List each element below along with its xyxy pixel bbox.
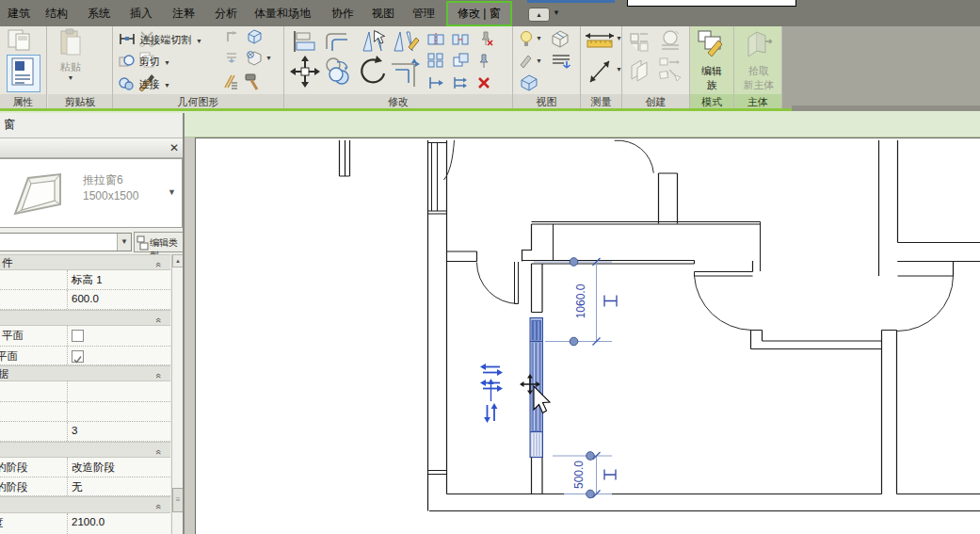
dimension-value-top[interactable]: 1060.0 (574, 283, 587, 318)
row-sill-height[interactable]: 600.0 (0, 290, 170, 310)
palette-title-bar[interactable]: ✕ (0, 138, 183, 158)
tab-structure[interactable]: 结构 (45, 6, 68, 22)
copy-modify-icon[interactable] (324, 57, 354, 87)
drawing-canvas[interactable]: 1060.0 500.0 (195, 138, 980, 534)
mirror-draw-axis-icon[interactable] (392, 28, 420, 55)
witness-grip-top2[interactable] (586, 452, 595, 461)
edit-family-button[interactable]: 编辑 族 (694, 28, 730, 92)
witness-grip-bottom[interactable] (570, 337, 578, 346)
tab-analyze[interactable]: 分析 (215, 6, 237, 22)
trim-multiple-icon[interactable] (452, 75, 469, 90)
close-icon[interactable]: ✕ (169, 140, 179, 155)
trim-single-icon[interactable] (427, 75, 444, 90)
tab-architecture[interactable]: 建筑 (8, 6, 30, 22)
align-icon[interactable] (292, 30, 316, 53)
split-with-gap-icon[interactable] (452, 32, 469, 47)
create-group-icon[interactable] (629, 30, 653, 53)
type-selector-dropdown-icon[interactable]: ▼ (168, 187, 176, 197)
section-phasing[interactable]: « (0, 442, 170, 458)
beam-cutback-icon[interactable] (224, 51, 239, 66)
ruler-icon[interactable] (584, 30, 616, 49)
row-plane-2[interactable]: 平面 (0, 347, 170, 365)
join-geometry-button[interactable]: 连接 ▼ (119, 74, 170, 91)
row-plane-1[interactable]: 平面 (0, 326, 170, 347)
scrollbar-thumb[interactable]: ≡ (172, 488, 184, 512)
join-end-cut-button[interactable]: 连接端切割 ▼ (119, 30, 202, 47)
selected-window-element[interactable] (530, 318, 543, 458)
tab-view[interactable]: 视图 (372, 6, 394, 22)
join-cube-dropdown[interactable]: ▼ (265, 55, 272, 61)
view-3d-box-icon[interactable] (519, 73, 539, 92)
ribbon-collapse-caret-icon[interactable]: ▼ (553, 8, 560, 17)
pick-new-host-button[interactable]: 拾取 新主体 (738, 28, 779, 92)
create-similar-icon[interactable] (658, 57, 684, 85)
checkbox-unchecked[interactable] (72, 330, 84, 342)
palette-scrollbar[interactable]: ▲ ≡ (171, 254, 184, 534)
hammer-icon[interactable] (244, 72, 263, 90)
row-empty-1[interactable] (0, 381, 170, 402)
row-phase-demolished[interactable]: 的阶段 无 (0, 477, 170, 496)
section-identity-data[interactable]: 据 « (0, 365, 170, 381)
move-icon[interactable] (289, 55, 321, 89)
row-empty-2[interactable] (0, 402, 170, 422)
cutaway-box-icon[interactable] (549, 28, 571, 49)
create-assembly-icon[interactable] (658, 28, 683, 53)
section-collapse-icon[interactable]: « (151, 504, 166, 510)
edit-type-button[interactable]: 编辑类型 (134, 232, 184, 252)
checkbox-checked[interactable] (72, 350, 84, 363)
offset-icon[interactable] (324, 30, 350, 53)
unpin-icon[interactable] (476, 30, 493, 47)
tab-insert[interactable]: 插入 (130, 6, 153, 22)
dimension-dropdown[interactable]: ▼ (616, 66, 622, 73)
section-collapse-icon[interactable]: « (151, 262, 166, 267)
render-pencil-icon[interactable] (519, 53, 534, 68)
mirror-pick-axis-icon[interactable] (360, 28, 388, 55)
dimension-value-bottom[interactable]: 500.0 (572, 461, 586, 489)
section-5[interactable]: « (0, 496, 170, 513)
witness-grip-bottom2[interactable] (586, 490, 595, 498)
join-unjoin-cube-icon[interactable] (245, 50, 264, 67)
scroll-up-icon[interactable]: ▲ (172, 254, 184, 267)
array-icon[interactable] (427, 53, 444, 68)
tab-systems[interactable]: 系统 (88, 6, 110, 22)
render-dropdown[interactable]: ▼ (536, 57, 542, 64)
row-phase-created[interactable]: 的阶段 改造阶段 (0, 458, 170, 477)
trim-extend-corner-icon[interactable] (390, 55, 424, 89)
row-level[interactable]: 标高 1 (0, 270, 170, 290)
measure-dropdown[interactable]: ▼ (616, 35, 622, 41)
view-list-icon[interactable] (551, 53, 571, 72)
filter-combobox[interactable]: ▼ (0, 233, 132, 251)
rotate-icon[interactable] (358, 55, 390, 89)
section-collapse-icon[interactable]: « (151, 317, 166, 323)
cope-remove-icon[interactable] (224, 30, 239, 44)
section-constraints[interactable]: 件 « (0, 254, 170, 270)
ribbon-collapse-button[interactable]: ▲ (528, 8, 550, 22)
pin-icon[interactable] (476, 53, 491, 70)
wall-joins-icon[interactable] (222, 72, 239, 90)
delete-icon[interactable] (476, 75, 491, 90)
visibility-dropdown[interactable]: ▼ (536, 35, 542, 41)
witness-grip-top[interactable] (570, 258, 578, 267)
make-permanent-icon-bottom[interactable] (604, 470, 616, 480)
type-selector[interactable]: 推拉窗6 1500x1500 ▼ (0, 158, 183, 228)
section-collapse-icon[interactable]: « (151, 449, 166, 455)
split-element-icon[interactable] (427, 32, 444, 47)
geometry-box-icon[interactable] (245, 28, 264, 45)
create-parts-icon[interactable] (629, 57, 653, 85)
tab-manage[interactable]: 管理 (412, 6, 435, 22)
aligned-dimension-icon[interactable] (586, 55, 614, 87)
make-permanent-icon-top[interactable] (604, 296, 617, 307)
paste-button[interactable]: 粘贴 ▼ (54, 28, 88, 90)
tab-annotate[interactable]: 注释 (172, 6, 195, 22)
cut-geometry-button[interactable]: 剪切 ▼ (119, 52, 170, 69)
properties-button[interactable] (7, 55, 40, 92)
scale-icon[interactable] (452, 53, 469, 68)
combobox-dropdown-icon[interactable]: ▼ (117, 234, 131, 251)
tab-modify-window[interactable]: 修改 | 窗 (446, 1, 512, 26)
section-collapse-icon[interactable]: « (151, 373, 166, 379)
flip-controls[interactable] (480, 364, 503, 423)
tab-massing-site[interactable]: 体量和场地 (254, 6, 311, 22)
row-mark[interactable]: 3 (0, 422, 170, 442)
section-2[interactable]: « (0, 310, 170, 326)
tab-collaborate[interactable]: 协作 (331, 6, 354, 22)
